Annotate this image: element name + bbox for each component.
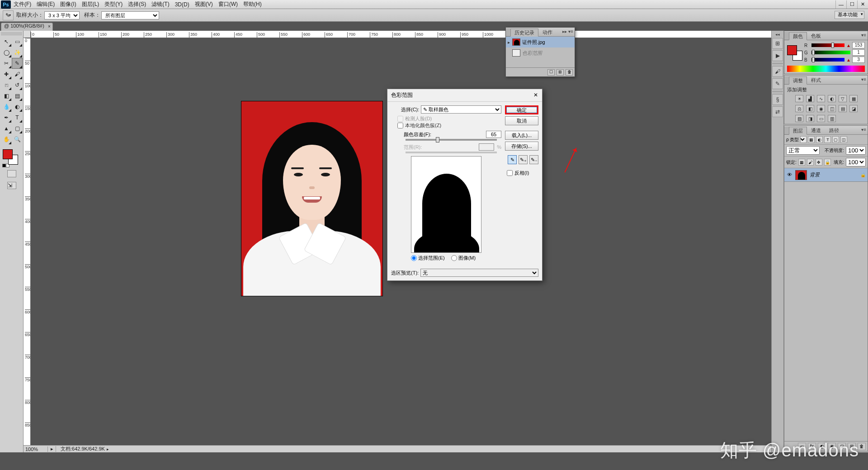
load-button[interactable]: 载入(L)...: [505, 131, 538, 140]
tab-swatches[interactable]: 色板: [807, 32, 825, 40]
panel-grip[interactable]: [784, 32, 789, 40]
zoom-tool[interactable]: 🔍: [12, 134, 23, 145]
select-dropdown[interactable]: ✎ 取样颜色: [421, 105, 501, 114]
preview-select[interactable]: 无: [420, 269, 538, 277]
menu-type[interactable]: 类型(Y): [102, 0, 125, 8]
toolbox-grip[interactable]: [1, 32, 22, 35]
adj-gradientmap-icon[interactable]: ▭: [817, 115, 825, 122]
slider-b[interactable]: [811, 58, 844, 62]
tab-styles[interactable]: 样式: [807, 76, 825, 84]
filter-type-icon[interactable]: T: [824, 136, 831, 143]
lock-transparency-icon[interactable]: ▦: [798, 159, 805, 166]
radio-image[interactable]: 图像(M): [451, 255, 476, 261]
menu-window[interactable]: 窗口(W): [216, 0, 241, 8]
brush-tool[interactable]: 🖌: [12, 69, 23, 80]
filter-smart-icon[interactable]: ◫: [840, 136, 847, 143]
adj-photofilter-icon[interactable]: ◉: [817, 105, 825, 112]
adj-threshold-icon[interactable]: ◨: [806, 115, 814, 122]
minimize-button[interactable]: —: [835, 0, 846, 9]
menu-3d[interactable]: 3D(D): [172, 1, 192, 8]
eyedropper-icon[interactable]: ✎: [508, 155, 517, 164]
path-select-tool[interactable]: ▲: [1, 123, 12, 134]
dock-icon-1[interactable]: ⊞: [772, 38, 783, 49]
quick-select-tool[interactable]: ✨: [12, 47, 23, 58]
tab-adjustments[interactable]: 调整: [789, 76, 807, 85]
spectrum-bar[interactable]: [787, 66, 865, 72]
dock-icon-char[interactable]: §: [772, 94, 783, 105]
lasso-tool[interactable]: ◯: [1, 47, 12, 58]
crop-tool[interactable]: ✂: [1, 58, 12, 69]
hand-tool[interactable]: ✋: [1, 134, 12, 145]
history-brush-tool[interactable]: ↺: [12, 80, 23, 90]
radio-selection[interactable]: 选择范围(E): [411, 255, 445, 261]
panel-grip[interactable]: [506, 28, 510, 36]
lock-position-icon[interactable]: ✥: [816, 159, 822, 166]
layer-visibility-icon[interactable]: 👁: [786, 172, 793, 178]
adj-vibrance-icon[interactable]: ▽: [839, 95, 847, 102]
new-document-icon[interactable]: ⊞: [557, 69, 564, 76]
panel-grip[interactable]: [784, 126, 789, 134]
screen-mode-button[interactable]: ⇲: [7, 182, 16, 189]
filter-adjust-icon[interactable]: ◐: [816, 136, 823, 143]
selection-preview[interactable]: [411, 156, 481, 253]
menu-help[interactable]: 帮助(H): [241, 0, 264, 8]
filter-pixel-icon[interactable]: ▦: [808, 136, 815, 143]
layer-fx-icon[interactable]: fx: [808, 443, 816, 450]
document-info[interactable]: 文档:642.9K/642.9K: [56, 446, 105, 452]
tab-color[interactable]: 颜色: [789, 32, 807, 40]
new-snapshot-icon[interactable]: ☐: [547, 69, 555, 76]
stamp-tool[interactable]: ⏍: [1, 80, 12, 90]
menu-layer[interactable]: 图层(L): [79, 0, 102, 8]
layer-name[interactable]: 背景: [810, 171, 858, 178]
new-fill-icon[interactable]: ◉: [828, 443, 836, 450]
history-item-colorrange[interactable]: 色彩范围: [506, 47, 575, 58]
new-layer-icon[interactable]: ⊞: [848, 443, 856, 450]
dock-icon-brush[interactable]: 🖌: [772, 66, 783, 77]
layer-thumbnail[interactable]: [795, 170, 807, 180]
sample-layers-select[interactable]: 所有图层: [101, 11, 159, 19]
menu-edit[interactable]: 编辑(E): [34, 0, 57, 8]
gradient-tool[interactable]: ▤: [12, 90, 23, 101]
eyedropper-minus-icon[interactable]: ✎₋: [529, 155, 538, 164]
adj-levels-icon[interactable]: ▟: [806, 95, 814, 102]
local-clusters-checkbox[interactable]: [397, 123, 403, 128]
dock-expand-icon[interactable]: ◂◂: [772, 32, 783, 37]
slider-r-value[interactable]: 153: [852, 42, 865, 48]
text-tool[interactable]: T: [12, 112, 23, 123]
delete-layer-icon[interactable]: 🗑: [858, 443, 866, 450]
tab-paths[interactable]: 路径: [825, 126, 843, 134]
pen-tool[interactable]: ✒: [1, 112, 12, 123]
current-tool-icon[interactable]: ✎▾: [3, 10, 14, 20]
ruler-horizontal[interactable]: 0501001502002503003504004505005506006507…: [31, 31, 771, 38]
fill-select[interactable]: 100%: [846, 158, 866, 166]
menu-select[interactable]: 选择(S): [125, 0, 149, 8]
panel-menu-icon[interactable]: ▾≡: [861, 33, 866, 38]
foreground-swatch[interactable]: [3, 149, 13, 159]
dock-icon-brush-presets[interactable]: ✎: [772, 78, 783, 89]
panel-color-swatch[interactable]: [787, 45, 802, 61]
slider-g-value[interactable]: 1: [852, 49, 865, 56]
adj-colorbalance-icon[interactable]: ⚖: [795, 105, 803, 112]
move-tool[interactable]: ↖: [1, 36, 12, 47]
adj-bw-icon[interactable]: ◧: [806, 105, 814, 112]
menu-file[interactable]: 文件(F): [11, 0, 34, 8]
lock-all-icon[interactable]: 🔒: [824, 159, 831, 166]
fuzziness-slider[interactable]: [406, 139, 497, 141]
layer-lock-icon[interactable]: 🔒: [860, 172, 866, 177]
tab-history[interactable]: 历史记录: [510, 28, 538, 37]
close-button[interactable]: ✕: [857, 0, 868, 9]
panel-grip[interactable]: [784, 76, 789, 84]
ruler-corner[interactable]: [24, 31, 31, 38]
cancel-button[interactable]: 取消: [505, 116, 538, 125]
panel-menu-icon[interactable]: ▸▸ ▾≡: [562, 29, 573, 34]
blend-mode-select[interactable]: 正常: [786, 146, 820, 155]
delete-state-icon[interactable]: 🗑: [566, 69, 573, 76]
filter-shape-icon[interactable]: ▢: [832, 136, 839, 143]
slider-r[interactable]: [811, 43, 844, 47]
eraser-tool[interactable]: ◧: [1, 90, 12, 101]
adj-channelmixer-icon[interactable]: ◫: [828, 105, 836, 112]
fuzziness-input[interactable]: [486, 131, 501, 138]
status-menu-icon[interactable]: ▸: [48, 446, 56, 452]
websafe-warning-icon[interactable]: ▲: [846, 57, 851, 62]
quick-mask-toggle[interactable]: [7, 170, 16, 177]
